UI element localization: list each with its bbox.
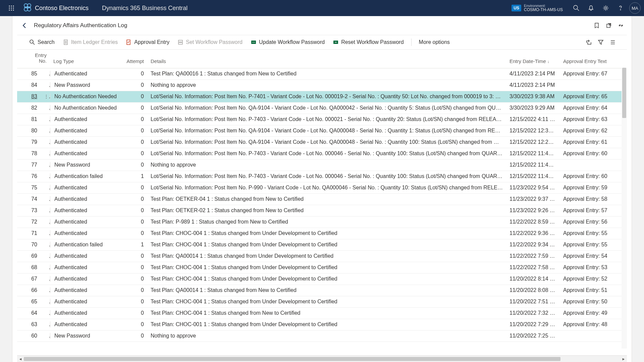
table-row[interactable]: 75⋮Authenticated0Lot/Serial No. Informat…: [17, 182, 627, 193]
app-launcher-button[interactable]: [3, 0, 19, 16]
cell-entry-no[interactable]: 65: [17, 296, 41, 307]
cell-entry-no[interactable]: 60: [17, 330, 41, 342]
cell-entry-no[interactable]: 79: [17, 136, 41, 148]
table-row[interactable]: 73⋮Authenticated0Test Plan: OETKER-02 1 …: [17, 205, 627, 216]
table-row[interactable]: 63⋮Authenticated0Test Plan: CHOC-001 1 :…: [17, 319, 627, 330]
table-row[interactable]: 67⋮Authenticated0Test Plan: CHOC-004 1 :…: [17, 273, 627, 285]
table-row[interactable]: 81⋮Authenticated0Lot/Serial No. Informat…: [17, 114, 627, 125]
vertical-scrollbar-thumb[interactable]: [622, 68, 626, 118]
table-row[interactable]: 68⋮Authenticated0Test Plan: CHOC-004 1 :…: [17, 262, 627, 273]
back-button[interactable]: [17, 18, 32, 33]
brand-link[interactable]: Contoso Electronics: [19, 3, 92, 13]
global-search-button[interactable]: [569, 0, 584, 16]
cell-entry-no[interactable]: 71: [17, 228, 41, 239]
table-row[interactable]: 80⋮Authenticated0Lot/Serial No. Informat…: [17, 125, 627, 136]
col-details[interactable]: Details: [147, 50, 506, 68]
cell-entry-no[interactable]: 81: [17, 114, 41, 125]
bookmark-button[interactable]: [591, 19, 603, 32]
table-row[interactable]: 72⋮Authenticated0Test Plan: P-989 1 : St…: [17, 216, 627, 228]
approval-entry-action[interactable]: Approval Entry: [122, 35, 173, 50]
product-name[interactable]: Dynamics 365 Business Central: [92, 5, 187, 12]
cell-entry-no[interactable]: 77: [17, 159, 41, 171]
cell-entry-no[interactable]: 76: [17, 171, 41, 182]
table-row[interactable]: 69⋮Authenticated0Test Plan: QA00014 1 : …: [17, 250, 627, 262]
cell-entry-date-time: 11/20/2022 7:51 PM: [506, 296, 560, 307]
table-row[interactable]: 76⋮Authentication failed1Lot/Serial No. …: [17, 171, 627, 182]
table-row[interactable]: 64⋮Authenticated0Test Plan: CHOC-004 1 :…: [17, 307, 627, 319]
table-row[interactable]: 77⋮New Password0Nothing to approve12/15/…: [17, 159, 627, 171]
brand-icon: [23, 3, 32, 13]
table-row[interactable]: 84⋮New Password0Nothing to approve4/11/2…: [17, 79, 627, 91]
cell-entry-no[interactable]: 80: [17, 125, 41, 136]
more-options-button[interactable]: More options: [415, 39, 454, 45]
environment-tile: US: [512, 5, 521, 11]
cell-entry-no[interactable]: 82: [17, 102, 41, 114]
table-row[interactable]: 66⋮Authenticated0Test Plan: QA00014 1 : …: [17, 285, 627, 296]
reset-workflow-password-action[interactable]: Reset Workflow Password: [329, 35, 408, 50]
cell-entry-no[interactable]: 67: [17, 273, 41, 285]
cell-details: Lot/Serial No. Information: Post Item No…: [147, 148, 506, 159]
cell-entry-no[interactable]: 72: [17, 216, 41, 228]
update-workflow-password-action[interactable]: Update Workflow Password: [247, 35, 329, 50]
table-row[interactable]: 78⋮Authenticated0Lot/Serial No. Informat…: [17, 148, 627, 159]
row-menu-icon[interactable]: ⋮: [44, 94, 50, 99]
cell-details: Test Plan: CHOC-004 1 : Status changed f…: [147, 228, 506, 239]
table-row[interactable]: 60⋮New Password0Nothing to approve11/20/…: [17, 330, 627, 342]
svg-point-17: [605, 7, 607, 9]
horizontal-scrollbar-thumb[interactable]: [24, 357, 560, 361]
horizontal-scrollbar-track[interactable]: [24, 357, 620, 361]
scroll-left-button[interactable]: ◄: [17, 356, 24, 362]
cell-entry-no[interactable]: 85: [17, 68, 41, 79]
item-ledger-entries-action[interactable]: Item Ledger Entries: [59, 35, 122, 50]
cell-entry-no[interactable]: 73: [17, 205, 41, 216]
cell-approval-entry-text: Approval Entry: 49: [560, 307, 627, 319]
set-workflow-password-action[interactable]: Set Workflow Password: [173, 35, 247, 50]
cell-entry-no[interactable]: 74: [17, 193, 41, 205]
cell-entry-no[interactable]: 68: [17, 262, 41, 273]
scroll-right-button[interactable]: ►: [620, 356, 627, 362]
cell-log-type: Authenticated: [50, 273, 117, 285]
table-row[interactable]: 74⋮Authenticated0Test Plan: OETKER-04 1 …: [17, 193, 627, 205]
collapse-button[interactable]: [615, 19, 627, 32]
cell-attempt: 0: [117, 216, 147, 228]
search-action[interactable]: Search: [25, 35, 59, 50]
cell-entry-no[interactable]: 75: [17, 182, 41, 193]
row-menu-cell: ⋮: [41, 79, 50, 91]
cell-entry-no[interactable]: 66: [17, 285, 41, 296]
table-row[interactable]: 71⋮Authenticated0Test Plan: CHOC-004 1 :…: [17, 228, 627, 239]
notifications-button[interactable]: [584, 0, 598, 16]
col-attempt[interactable]: Attempt: [117, 50, 147, 68]
table-row[interactable]: 82⋮No Authentication Needed0Lot/Serial N…: [17, 102, 627, 114]
cell-entry-no[interactable]: 64: [17, 307, 41, 319]
cell-entry-no[interactable]: 69: [17, 250, 41, 262]
cell-entry-date-time: 11/23/2022 9:26 AM: [506, 205, 560, 216]
environment-picker[interactable]: US Environment: COSMO-TH-AMS-US: [512, 4, 569, 12]
cell-entry-no[interactable]: 63: [17, 319, 41, 330]
table-row[interactable]: 70⋮Authentication failed1Test Plan: CHOC…: [17, 239, 627, 250]
table-row[interactable]: 83⋮No Authentication Needed0Lot/Serial N…: [17, 91, 627, 102]
app-bar: Contoso Electronics Dynamics 365 Busines…: [0, 0, 644, 16]
cell-entry-no[interactable]: 83: [17, 91, 41, 102]
table-row[interactable]: 85⋮Authenticated0Test Plan: QA00016 1 : …: [17, 68, 627, 79]
cell-log-type: Authentication failed: [50, 171, 117, 182]
cell-entry-date-time: 11/22/2022 7:58 AM: [506, 262, 560, 273]
table-row[interactable]: 65⋮Authenticated0Test Plan: CHOC-004 1 ;…: [17, 296, 627, 307]
help-button[interactable]: [613, 0, 628, 16]
col-approval-entry-text[interactable]: Approval Entry Text: [560, 50, 627, 68]
col-entry-no[interactable]: Entry No.: [17, 50, 50, 68]
col-entry-date-time[interactable]: Entry Date-Time ↓: [506, 50, 560, 68]
filter-button[interactable]: [595, 36, 607, 48]
search-icon: [573, 5, 580, 11]
account-avatar[interactable]: MA: [629, 2, 641, 14]
list-view-button[interactable]: [607, 36, 619, 48]
open-new-window-button[interactable]: [603, 19, 615, 32]
settings-button[interactable]: [598, 0, 613, 16]
cell-entry-no[interactable]: 70: [17, 239, 41, 250]
cell-entry-no[interactable]: 84: [17, 79, 41, 91]
table-row[interactable]: 79⋮Authenticated0Lot/Serial No. Informat…: [17, 136, 627, 148]
cell-attempt: 0: [117, 285, 147, 296]
col-log-type[interactable]: Log Type: [50, 50, 117, 68]
share-button[interactable]: [583, 36, 595, 48]
row-menu-cell: ⋮: [41, 136, 50, 148]
cell-entry-no[interactable]: 78: [17, 148, 41, 159]
